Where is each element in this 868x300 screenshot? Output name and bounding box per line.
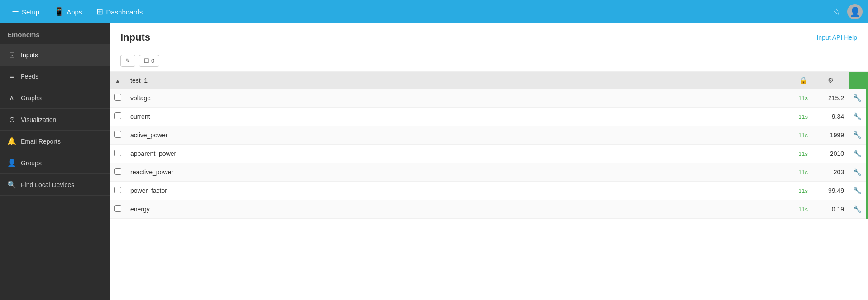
- wrench-icon[interactable]: 🔧: [853, 150, 862, 157]
- wrench-icon[interactable]: 🔧: [853, 94, 862, 102]
- table-row: reactive_power 11s 203 🔧: [110, 163, 867, 182]
- spacer-col: [692, 182, 785, 200]
- edit-button[interactable]: ✎: [120, 55, 135, 67]
- page-title: Inputs: [120, 32, 150, 43]
- user-avatar[interactable]: 👤: [847, 4, 863, 19]
- visualization-icon: ⊙: [7, 115, 16, 124]
- sidebar-item-email-reports[interactable]: 🔔 Email Reports: [0, 131, 110, 152]
- checkbox-count: 0: [151, 57, 154, 64]
- inputs-table: ▲ test_1 🔒 ⚙: [110, 72, 868, 219]
- feeds-icon: ≡: [7, 72, 16, 80]
- user-icon: 👤: [849, 6, 861, 17]
- input-action-col: 🔧: [849, 89, 867, 108]
- input-action-col: 🔧: [849, 182, 867, 200]
- main-layout: Emoncms ⊡ Inputs ≡ Feeds ∧ Graphs ⊙ Visu…: [0, 23, 868, 300]
- input-value: 2010: [812, 145, 849, 163]
- group-header-row: ▲ test_1 🔒 ⚙: [110, 72, 867, 89]
- wrench-icon[interactable]: 🔧: [853, 112, 862, 120]
- sidebar-item-find-local-devices[interactable]: 🔍 Find Local Devices: [0, 174, 110, 196]
- wrench-icon[interactable]: 🔧: [853, 187, 862, 194]
- input-value: 0.19: [812, 200, 849, 219]
- apps-icon: 📱: [54, 7, 64, 17]
- sidebar-item-groups-label: Groups: [21, 159, 42, 167]
- spacer-col: [692, 89, 785, 108]
- checkbox-count-button[interactable]: ☐ 0: [139, 55, 159, 67]
- spacer-col: [692, 108, 785, 126]
- row-checkbox[interactable]: [114, 150, 121, 156]
- content-area: Inputs Input API Help ✎ ☐ 0 ▲: [110, 23, 868, 300]
- input-name: apparent_power: [126, 145, 692, 163]
- table-row: energy 11s 0.19 🔧: [110, 200, 867, 219]
- spacer-col: [692, 145, 785, 163]
- row-checkbox-cell: [110, 126, 126, 145]
- sidebar-item-feeds[interactable]: ≡ Feeds: [0, 66, 110, 87]
- setup-label: Setup: [22, 8, 39, 16]
- setup-nav-item[interactable]: ☰ Setup: [5, 3, 46, 20]
- spacer-col: [692, 126, 785, 145]
- row-checkbox[interactable]: [114, 94, 121, 101]
- input-name: reactive_power: [126, 163, 692, 182]
- row-checkbox[interactable]: [114, 205, 121, 212]
- gear-icon[interactable]: ⚙: [828, 76, 834, 84]
- apps-nav-item[interactable]: 📱 Apps: [48, 3, 88, 20]
- inputs-icon: ⊡: [7, 51, 16, 59]
- edit-icon: ✎: [125, 57, 130, 64]
- group-name: test_1: [126, 72, 692, 89]
- input-action-col: 🔧: [849, 163, 867, 182]
- row-checkbox[interactable]: [114, 131, 121, 138]
- inputs-table-wrapper: ▲ test_1 🔒 ⚙: [110, 72, 868, 219]
- input-value: 203: [812, 163, 849, 182]
- sidebar-item-graphs[interactable]: ∧ Graphs: [0, 87, 110, 109]
- table-row: apparent_power 11s 2010 🔧: [110, 145, 867, 163]
- sidebar-brand: Emoncms: [0, 23, 110, 44]
- row-checkbox-cell: [110, 89, 126, 108]
- sidebar-item-visualization[interactable]: ⊙ Visualization: [0, 109, 110, 131]
- sidebar-item-visualization-label: Visualization: [21, 116, 56, 123]
- sidebar-item-groups[interactable]: 👤 Groups: [0, 152, 110, 174]
- input-name: energy: [126, 200, 692, 219]
- input-time: 11s: [785, 182, 812, 200]
- sidebar-item-graphs-label: Graphs: [21, 94, 42, 102]
- email-reports-icon: 🔔: [7, 137, 16, 145]
- top-navigation: ☰ Setup 📱 Apps ⊞ Dashboards ☆ 👤: [0, 0, 868, 23]
- input-time: 11s: [785, 200, 812, 219]
- table-row: power_factor 11s 99.49 🔧: [110, 182, 867, 200]
- lock-icon[interactable]: 🔒: [799, 76, 808, 84]
- api-help-link[interactable]: Input API Help: [816, 34, 857, 41]
- wrench-icon[interactable]: 🔧: [853, 131, 862, 139]
- input-action-col: 🔧: [849, 126, 867, 145]
- input-time: 11s: [785, 145, 812, 163]
- row-checkbox[interactable]: [114, 187, 121, 193]
- wrench-icon[interactable]: 🔧: [853, 205, 862, 213]
- input-time: 11s: [785, 108, 812, 126]
- input-time: 11s: [785, 126, 812, 145]
- find-local-devices-icon: 🔍: [7, 180, 16, 189]
- sidebar-item-email-reports-label: Email Reports: [21, 138, 61, 145]
- table-row: current 11s 9.34 🔧: [110, 108, 867, 126]
- sidebar-item-feeds-label: Feeds: [21, 73, 38, 80]
- dashboards-label: Dashboards: [106, 8, 143, 16]
- input-name: current: [126, 108, 692, 126]
- dashboards-nav-item[interactable]: ⊞ Dashboards: [90, 3, 149, 20]
- apps-label: Apps: [67, 8, 82, 16]
- wrench-icon[interactable]: 🔧: [853, 168, 862, 176]
- row-checkbox[interactable]: [114, 112, 121, 119]
- sidebar-item-inputs-label: Inputs: [21, 52, 38, 59]
- input-name: power_factor: [126, 182, 692, 200]
- sidebar-item-inputs[interactable]: ⊡ Inputs: [0, 44, 110, 66]
- table-row: voltage 11s 215.2 🔧: [110, 89, 867, 108]
- toolbar: ✎ ☐ 0: [110, 50, 868, 72]
- input-time: 11s: [785, 89, 812, 108]
- row-checkbox-cell: [110, 182, 126, 200]
- content-header: Inputs Input API Help: [110, 23, 868, 50]
- row-checkbox[interactable]: [114, 168, 121, 175]
- input-value: 99.49: [812, 182, 849, 200]
- hamburger-icon: ☰: [12, 7, 19, 17]
- input-action-col: 🔧: [849, 108, 867, 126]
- checkbox-icon: ☐: [144, 57, 149, 64]
- star-icon[interactable]: ☆: [833, 6, 841, 17]
- sort-arrow-icon: ▲: [115, 78, 120, 84]
- input-value: 9.34: [812, 108, 849, 126]
- row-checkbox-cell: [110, 145, 126, 163]
- graphs-icon: ∧: [7, 94, 16, 102]
